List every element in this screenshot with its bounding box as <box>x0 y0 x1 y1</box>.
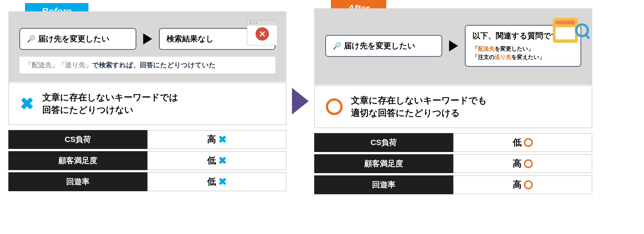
arrow-icon <box>449 40 458 51</box>
table-row: 顧客満足度 高 <box>314 154 592 173</box>
error-x-icon: ✕ <box>256 27 269 41</box>
search-input[interactable]: 🔍 届け先を変更したい <box>19 28 136 50</box>
value-text: 低 <box>207 155 216 167</box>
before-search-row: 🔍 届け先を変更したい 検索結果なし ✕ <box>19 28 275 50</box>
before-top-area: 🔍 届け先を変更したい 検索結果なし ✕ 「配送先」「送り先」で検索すれば、回答… <box>8 11 286 82</box>
before-metrics-table: CS負荷 高 ✖ 顧客満足度 低 ✖ 回遊率 低 ✖ <box>8 130 286 191</box>
value-text: 高 <box>207 133 216 146</box>
value-text: 高 <box>513 179 522 191</box>
suggestion-item: 「注文の送り先を変えたい」 <box>472 53 574 61</box>
table-row: 回遊率 低 ✖ <box>8 172 286 191</box>
search-icon: 🔍 <box>333 42 341 50</box>
summary-text: 文章に存在しないキーワードでも 適切な回答にたどりつける <box>351 94 487 119</box>
o-mark-icon <box>524 138 533 147</box>
result-suggestions: 「配送先を変更したい」 「注文の送り先を変えたい」 <box>472 44 574 61</box>
metric-value: 高 <box>453 154 592 173</box>
metric-value: 低 <box>453 133 592 152</box>
search-query-text: 届け先を変更したい <box>344 41 415 51</box>
after-panel: After 🔍 届け先を変更したい 以下、関連する質問です。 「配送先を変更した… <box>314 8 592 194</box>
metric-label: CS負荷 <box>314 133 453 152</box>
arrow-icon <box>143 33 152 44</box>
metric-value: 高 <box>453 175 592 194</box>
search-query-text: 届け先を変更したい <box>38 34 110 44</box>
sugg-post: を変えたい」 <box>511 54 545 60</box>
search-icon: 🔍 <box>27 35 35 43</box>
sugg-pre: 「注文の <box>472 54 495 60</box>
after-metrics-table: CS負荷 低 顧客満足度 高 回遊率 高 <box>314 133 592 194</box>
search-success-icon <box>553 18 586 46</box>
result-box: 検索結果なし ✕ <box>159 28 275 50</box>
result-box: 以下、関連する質問です。 「配送先を変更したい」 「注文の送り先を変えたい」 <box>465 25 581 67</box>
value-text: 低 <box>513 136 522 149</box>
metric-label: 回遊率 <box>8 172 147 191</box>
sugg-highlight: 送り先 <box>495 54 511 60</box>
sugg-highlight: 配送先 <box>478 46 495 52</box>
after-summary: 文章に存在しないキーワードでも 適切な回答にたどりつける <box>314 85 592 128</box>
suggestion-item: 「配送先を変更したい」 <box>472 44 574 53</box>
value-text: 低 <box>207 176 216 188</box>
hint-rest: で検索すれば、回答にたどりつけていた <box>92 61 216 69</box>
cross-icon: ✖ <box>20 94 34 113</box>
metric-label: CS負荷 <box>8 130 147 149</box>
value-text: 高 <box>513 158 522 170</box>
transition-arrow <box>292 88 309 114</box>
metric-label: 回遊率 <box>314 175 453 194</box>
metric-label: 顧客満足度 <box>8 151 147 170</box>
summary-line-2: 適切な回答にたどりつける <box>351 107 487 119</box>
metric-value: 低 ✖ <box>147 172 286 191</box>
x-mark-icon: ✖ <box>218 176 227 188</box>
table-row: CS負荷 低 <box>314 133 592 152</box>
before-panel: Before 🔍 届け先を変更したい 検索結果なし ✕ 「配送先」「送り先」で検… <box>8 11 286 191</box>
comparison-diagram: Before 🔍 届け先を変更したい 検索結果なし ✕ 「配送先」「送り先」で検… <box>8 8 636 194</box>
circle-icon <box>326 98 343 115</box>
o-mark-icon <box>524 159 533 168</box>
document-icon <box>553 18 578 43</box>
table-row: 顧客満足度 低 ✖ <box>8 151 286 170</box>
summary-line-1: 文章に存在しないキーワードでも <box>351 94 487 107</box>
summary-text: 文章に存在しないキーワードでは 回答にたどりつけない <box>42 91 178 116</box>
metric-value: 低 ✖ <box>147 151 286 170</box>
result-text: 検索結果なし <box>167 34 214 43</box>
metric-label: 顧客満足度 <box>314 154 453 173</box>
after-search-row: 🔍 届け先を変更したい 以下、関連する質問です。 「配送先を変更したい」 「注文… <box>325 25 581 67</box>
o-mark-icon <box>524 180 533 189</box>
table-row: CS負荷 高 ✖ <box>8 130 286 149</box>
x-mark-icon: ✖ <box>218 134 227 145</box>
sugg-post: を変更したい」 <box>495 46 534 52</box>
before-summary: ✖ 文章に存在しないキーワードでは 回答にたどりつけない <box>8 82 286 125</box>
after-top-area: 🔍 届け先を変更したい 以下、関連する質問です。 「配送先を変更したい」 「注文… <box>314 8 592 85</box>
error-window-icon: ✕ <box>247 20 278 45</box>
hint-keywords: 「配送先」「送り先」 <box>25 61 92 69</box>
hint-bar: 「配送先」「送り先」で検索すれば、回答にたどりつけていた <box>19 57 275 73</box>
summary-line-1: 文章に存在しないキーワードでは <box>42 91 178 104</box>
search-input[interactable]: 🔍 届け先を変更したい <box>325 35 442 57</box>
summary-line-2: 回答にたどりつけない <box>42 104 178 116</box>
arrow-right-icon <box>292 88 309 114</box>
sugg-pre: 「 <box>472 46 478 52</box>
magnifier-icon <box>575 23 589 37</box>
metric-value: 高 ✖ <box>147 130 286 149</box>
table-row: 回遊率 高 <box>314 175 592 194</box>
x-mark-icon: ✖ <box>218 155 227 166</box>
